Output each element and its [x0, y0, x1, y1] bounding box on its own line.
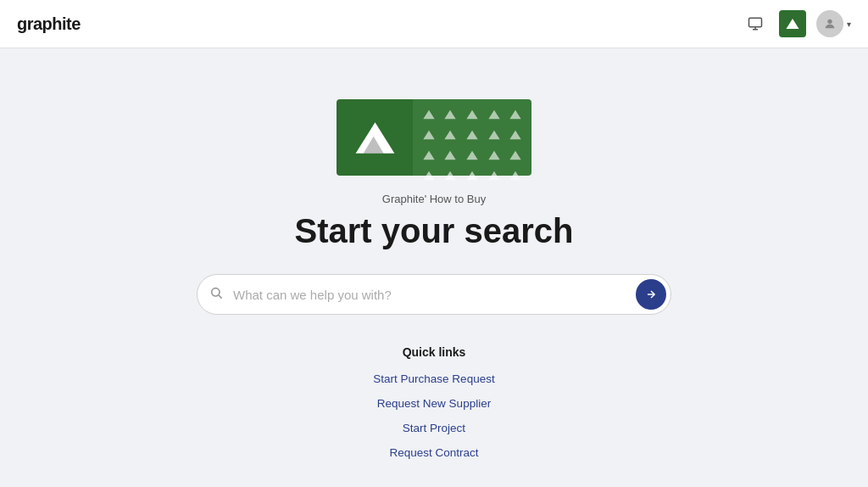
logo-tile [420, 126, 437, 143]
avatar[interactable] [816, 10, 843, 37]
quick-links-list: Start Purchase RequestRequest New Suppli… [373, 372, 494, 459]
logo-right-panel [413, 99, 531, 176]
logo-tile [464, 167, 481, 184]
logo-tile [486, 147, 503, 164]
logo-tile [464, 126, 481, 143]
graphite-icon-button[interactable] [779, 10, 806, 37]
quick-link-start-project[interactable]: Start Project [403, 422, 465, 434]
main-content: Graphite' How to Buy Start your search Q… [0, 48, 868, 459]
logo-tile [442, 147, 459, 164]
svg-marker-10 [423, 131, 434, 140]
logo-tile [464, 106, 481, 123]
svg-marker-15 [423, 151, 434, 160]
logo-container [337, 99, 531, 176]
svg-marker-8 [488, 110, 499, 120]
search-icon [209, 286, 223, 303]
monitor-icon [748, 16, 763, 31]
logo-tile [486, 106, 503, 123]
logo-tile [507, 126, 524, 143]
svg-marker-24 [510, 171, 521, 181]
navbar: graphite ▾ [0, 0, 868, 48]
svg-marker-6 [445, 110, 456, 120]
quick-links-section: Quick links Start Purchase RequestReques… [373, 345, 494, 459]
svg-marker-9 [510, 110, 521, 120]
svg-marker-14 [510, 131, 521, 140]
logo-left-panel [337, 99, 413, 176]
subtitle-text: Graphite' How to Buy [382, 193, 486, 205]
svg-marker-23 [488, 171, 499, 181]
logo-tile [486, 167, 503, 184]
logo-tile [420, 106, 437, 123]
monitor-icon-button[interactable] [742, 10, 769, 37]
logo-tile [507, 147, 524, 164]
logo-tile [442, 126, 459, 143]
svg-rect-0 [749, 18, 762, 27]
main-heading: Start your search [294, 212, 573, 250]
svg-marker-7 [466, 110, 477, 120]
search-input[interactable] [197, 274, 671, 315]
logo-tile [442, 106, 459, 123]
svg-marker-18 [488, 151, 499, 160]
logo-tile [507, 106, 524, 123]
logo-tile [420, 147, 437, 164]
logo-mountain-icon [352, 115, 398, 161]
search-container [197, 274, 671, 315]
user-avatar-wrapper[interactable]: ▾ [816, 10, 851, 37]
logo-tile [442, 167, 459, 184]
svg-marker-22 [466, 171, 477, 181]
logo-tile [464, 147, 481, 164]
arrow-right-icon [645, 288, 657, 300]
search-button[interactable] [636, 279, 666, 310]
logo-tile [507, 167, 524, 184]
quick-link-request-new-supplier[interactable]: Request New Supplier [377, 397, 491, 410]
svg-marker-5 [423, 110, 434, 120]
quick-links-title: Quick links [403, 345, 466, 359]
svg-marker-20 [423, 171, 434, 181]
svg-marker-19 [510, 151, 521, 160]
svg-marker-12 [466, 131, 477, 140]
navbar-icons: ▾ [742, 10, 851, 37]
svg-point-2 [827, 20, 832, 24]
svg-marker-16 [445, 151, 456, 160]
svg-marker-21 [445, 171, 456, 181]
avatar-icon [823, 17, 837, 31]
brand-logo: graphite [17, 14, 81, 34]
logo-tile [420, 167, 437, 184]
quick-link-request-contract[interactable]: Request Contract [389, 446, 478, 459]
logo-tile [486, 126, 503, 143]
svg-marker-17 [466, 151, 477, 160]
avatar-caret-icon: ▾ [847, 20, 851, 29]
svg-marker-13 [488, 131, 499, 140]
svg-point-25 [212, 288, 220, 296]
graphite-icon [785, 16, 800, 31]
svg-line-26 [219, 295, 222, 299]
svg-marker-11 [445, 131, 456, 140]
quick-link-start-purchase-request[interactable]: Start Purchase Request [373, 372, 494, 385]
svg-marker-1 [787, 19, 799, 29]
